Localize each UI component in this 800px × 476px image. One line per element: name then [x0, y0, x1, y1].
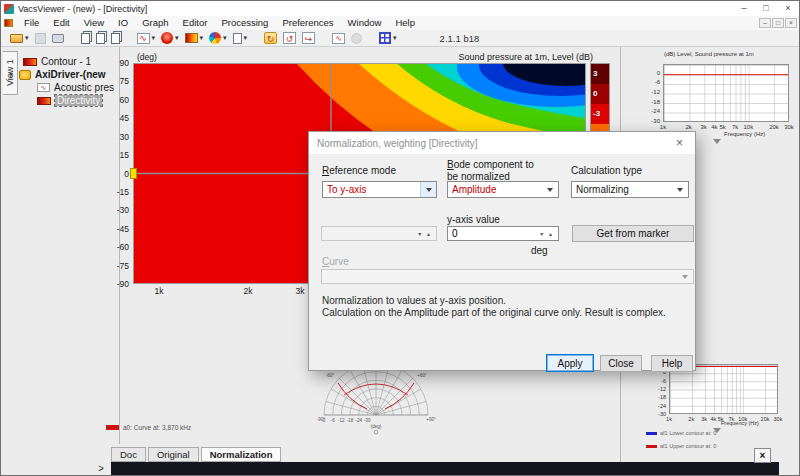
chevron-down-icon[interactable]: ▾: [393, 34, 397, 42]
bode-component-value: Amplitude: [452, 184, 496, 195]
polar-plot-button[interactable]: ▾: [161, 30, 179, 46]
polar-radial-label: -24: [355, 418, 362, 423]
help-button[interactable]: Help: [651, 355, 693, 372]
chevron-down-icon[interactable]: ▾: [175, 34, 179, 42]
chart-title: (dB) Level, Sound pressure at 1m: [664, 51, 754, 57]
chevron-down-icon[interactable]: ▾: [25, 34, 29, 42]
title-bar: VacsViewer - (new) - [Directivity] – □ ×: [1, 1, 799, 16]
level-frequency-chart[interactable]: [663, 64, 789, 122]
chevron-down-icon: [677, 270, 693, 283]
y-axis-unit-label: deg: [531, 245, 548, 256]
chart-x-tick-label: 2k: [681, 124, 697, 130]
chevron-down-icon[interactable]: [542, 182, 558, 197]
contour-y-tick-label: -60: [103, 242, 129, 252]
tab-doc[interactable]: Doc: [111, 447, 146, 462]
dialog-title-bar[interactable]: Normalization, weighting [Directivity] ×: [309, 132, 695, 154]
menu-file[interactable]: File: [17, 16, 46, 30]
x-axis-label: Frequency (Hz): [724, 131, 765, 137]
info-button[interactable]: [351, 30, 362, 46]
legend-swatch: [646, 432, 657, 435]
contour-x-tick-label: 1k: [149, 286, 169, 296]
menu-view[interactable]: View: [77, 16, 111, 30]
print-button[interactable]: [52, 30, 64, 46]
tab-normalization[interactable]: Normalization: [201, 447, 282, 462]
panel-close-button[interactable]: ×: [754, 448, 771, 463]
spinner-arrows-icon[interactable]: ▾ ▴: [540, 230, 554, 237]
menu-processing[interactable]: Processing: [214, 16, 275, 30]
menu-edit[interactable]: Edit: [46, 16, 76, 30]
dialog-title: Normalization, weighting [Directivity]: [317, 138, 478, 149]
chevron-down-icon[interactable]: ▾: [200, 34, 204, 42]
tab-original[interactable]: Original: [148, 447, 199, 462]
chevron-down-icon[interactable]: [672, 182, 688, 197]
menu-window[interactable]: Window: [341, 16, 389, 30]
mdi-window-controls: – □ ×: [758, 18, 797, 28]
menu-graph[interactable]: Graph: [135, 16, 175, 30]
mdi-restore-button[interactable]: □: [772, 18, 784, 28]
chevron-down-icon[interactable]: ▾: [9, 70, 19, 79]
layout-grid-button[interactable]: ▾: [379, 30, 397, 46]
tree-item-label: AxiDriver-(new: [35, 69, 106, 80]
chart-y-tick-label: 0: [641, 70, 660, 76]
polar-angle-label: -60°: [326, 373, 335, 378]
contour-y-tick-label: -75: [103, 261, 129, 271]
contour-x-tick-label: 2k: [238, 286, 258, 296]
dialog-close-button[interactable]: ×: [672, 136, 687, 150]
chevron-down-icon[interactable]: [420, 182, 436, 197]
process-export-icon: ↪: [302, 32, 315, 44]
polar-radial-label: -6: [331, 418, 335, 423]
process-import-button[interactable]: ↺: [283, 30, 296, 46]
close-window-button[interactable]: ×: [777, 1, 799, 16]
chart-x-tick-label: 20k: [766, 124, 782, 130]
minimize-button[interactable]: –: [733, 1, 755, 16]
mdi-minimize-button[interactable]: –: [759, 18, 771, 28]
menu-help[interactable]: Help: [388, 16, 422, 30]
maximize-button[interactable]: □: [755, 1, 777, 16]
save-button[interactable]: [35, 30, 46, 46]
mdi-close-button[interactable]: ×: [785, 18, 797, 28]
reference-mode-select[interactable]: To y-axis: [322, 181, 437, 198]
copy-curve-button[interactable]: [81, 30, 90, 46]
close-button[interactable]: Close: [600, 355, 642, 372]
contour-y-tick-label: 90: [103, 58, 129, 68]
chart-x-tick-label: 30k: [770, 416, 786, 422]
page-tabs: Doc Original Normalization: [111, 447, 283, 462]
y-axis-value-input[interactable]: 0 ▾ ▴: [447, 226, 559, 241]
colorbar-label: 0: [593, 89, 597, 98]
menu-io[interactable]: IO: [111, 16, 135, 30]
chevron-down-icon[interactable]: ▾: [223, 34, 227, 42]
tab-overflow-arrow[interactable]: >: [98, 463, 104, 474]
tree-item-label: Contour - 1: [41, 56, 91, 67]
process-export-button[interactable]: ↪: [302, 30, 315, 46]
bode-component-select[interactable]: Amplitude: [447, 181, 559, 198]
copy-page-button[interactable]: [96, 30, 105, 46]
new-page-button[interactable]: ▾: [233, 30, 248, 46]
layout-grid-icon: [379, 32, 391, 44]
process-transfer-button[interactable]: ↻: [264, 30, 277, 46]
marker-chart-button[interactable]: ∿: [332, 30, 345, 46]
window-title: VacsViewer - (new) - [Directivity]: [18, 4, 147, 14]
apply-button[interactable]: Apply: [546, 354, 594, 372]
legend-label: af1 Upper contour at: 0: [660, 443, 716, 449]
chevron-down-icon[interactable]: ▾: [152, 34, 156, 42]
contour-plot-button[interactable]: ▾: [185, 30, 204, 46]
chevron-down-icon[interactable]: [713, 139, 721, 144]
polar-plot-icon: [161, 32, 173, 44]
legend-item: af1 Lower contour at: 0: [646, 430, 716, 436]
pie-plot-button[interactable]: ▾: [209, 30, 227, 46]
y-axis-marker[interactable]: [130, 168, 137, 179]
chart-x-tick-label: 10k: [740, 124, 756, 130]
chart-y-tick-label: -6: [649, 378, 666, 384]
menu-preferences[interactable]: Preferences: [275, 16, 340, 30]
bottom-strip: [111, 462, 779, 476]
copy-page-special-button[interactable]: [111, 30, 120, 46]
chevron-down-icon[interactable]: ▾: [244, 34, 248, 42]
contour-y-tick-label: 75: [103, 76, 129, 86]
menu-editor[interactable]: Editor: [176, 16, 215, 30]
open-file-button[interactable]: ▾: [10, 30, 29, 46]
get-from-marker-button[interactable]: Get from marker: [572, 225, 694, 242]
curve-plot-button[interactable]: ∿▾: [137, 30, 156, 46]
polar-angle-label: -90°: [317, 417, 326, 422]
calculation-type-select[interactable]: Normalizing: [571, 181, 689, 198]
chart-x-tick-label: 30k: [781, 124, 797, 130]
